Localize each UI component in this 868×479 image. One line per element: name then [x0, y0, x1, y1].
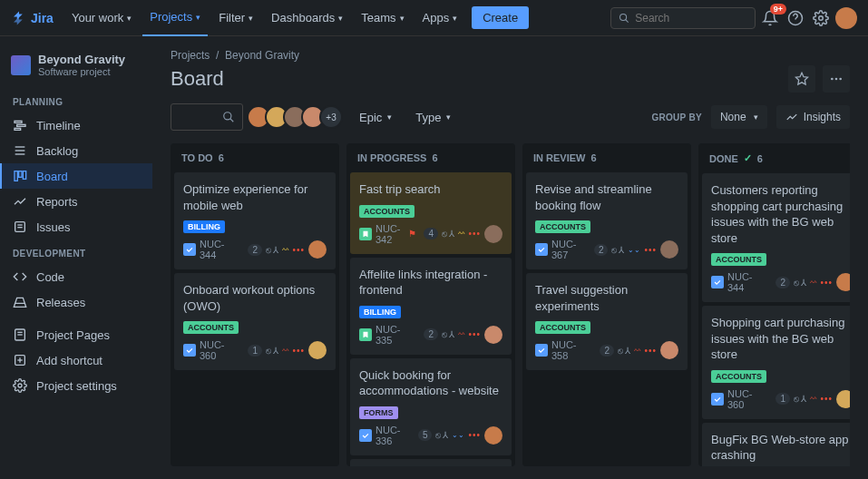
assignee-filter[interactable]: +3 [252, 105, 343, 129]
card-tag: ACCOUNTS [711, 253, 766, 266]
task-icon [711, 276, 724, 288]
issue-card[interactable]: Adapt web app no new payments provider F… [350, 459, 512, 466]
breadcrumb: Projects / Beyond Gravity [171, 49, 850, 62]
task-icon [183, 344, 196, 357]
project-header[interactable]: Beyond Gravity Software project [0, 47, 152, 88]
section-development: DEVELOPMENT [0, 240, 152, 264]
avatar-more[interactable]: +3 [319, 105, 343, 129]
issue-card[interactable]: Affelite links integration - frontend BI… [350, 258, 512, 355]
column-name: IN PROGRESS [357, 152, 426, 163]
assignee-avatar[interactable] [836, 390, 850, 408]
nav-item-teams[interactable]: Teams▾ [354, 5, 411, 30]
create-button[interactable]: Create [472, 6, 529, 29]
releases-icon [13, 295, 27, 309]
sidebar-item-backlog[interactable]: Backlog [0, 138, 152, 163]
sidebar-item-board[interactable]: Board [0, 163, 152, 189]
link-icons: ⎋⅄ [611, 245, 624, 255]
assignee-avatar[interactable] [484, 326, 502, 344]
issue-card[interactable]: Customers reporting shopping cart purcha… [702, 173, 850, 302]
issue-card[interactable]: BugFix BG Web-store app crashing FORMS N… [702, 423, 850, 466]
priority-icon: ⌄⌄ [452, 433, 464, 437]
column-body[interactable]: Fast trip search ACCOUNTS NUC-342 ⚑ 4 ⎋⅄… [346, 172, 515, 466]
breadcrumb-root[interactable]: Projects [171, 49, 210, 62]
column-body[interactable]: Revise and streamline booking flow ACCOU… [522, 172, 691, 377]
nav-item-apps[interactable]: Apps▾ [415, 5, 465, 30]
notifications-icon[interactable]: 9+ [759, 7, 781, 29]
chart-icon [785, 111, 798, 123]
issue-card[interactable]: Travel suggestion experiments ACCOUNTS N… [526, 273, 688, 370]
issue-card[interactable]: Shopping cart purchasing issues with the… [702, 306, 850, 419]
task-icon [183, 243, 196, 256]
nav-item-your-work[interactable]: Your work▾ [64, 5, 139, 30]
search-box[interactable] [610, 7, 756, 29]
nav-item-dashboards[interactable]: Dashboards▾ [264, 5, 350, 30]
assignee-avatar[interactable] [484, 225, 502, 243]
issue-card[interactable]: Onboard workout options (OWO) ACCOUNTS N… [174, 273, 336, 370]
assignee-avatar[interactable] [308, 240, 327, 259]
epic-filter[interactable]: Epic▾ [352, 105, 399, 130]
column-body[interactable]: Optimize experience for mobile web BILLI… [171, 172, 339, 377]
card-title: Revise and streamline booking flow [535, 181, 678, 213]
card-title: Optimize experience for mobile web [183, 181, 327, 213]
link-icons: ⎋⅄ [794, 278, 806, 288]
column-name: TO DO [181, 152, 213, 163]
story-points: 1 [248, 345, 262, 357]
assignee-avatar[interactable] [484, 426, 502, 445]
story-points: 2 [775, 277, 790, 288]
nav-item-filter[interactable]: Filter▾ [211, 5, 260, 30]
card-title: BugFix BG Web-store app crashing [711, 432, 850, 464]
card-tag: ACCOUNTS [359, 205, 414, 218]
svg-point-3 [819, 15, 824, 20]
status-dots: ••• [468, 430, 481, 440]
issue-card[interactable]: Revise and streamline booking flow ACCOU… [526, 172, 688, 269]
status-dots: ••• [820, 278, 833, 288]
chevron-down-icon: ▾ [387, 112, 392, 122]
breadcrumb-project[interactable]: Beyond Gravity [225, 49, 299, 62]
insights-button[interactable]: Insights [776, 105, 850, 129]
issue-card[interactable]: Optimize experience for mobile web BILLI… [174, 172, 336, 269]
story-points: 2 [424, 328, 438, 340]
flag-icon: ⚑ [408, 229, 416, 239]
status-dots: ••• [644, 346, 657, 356]
svg-point-0 [620, 14, 627, 20]
board-search[interactable] [171, 103, 243, 131]
star-button[interactable] [788, 65, 815, 93]
jira-logo[interactable]: Jira [11, 10, 54, 26]
sidebar-item-code[interactable]: Code [0, 264, 152, 289]
nav-item-projects[interactable]: Projects▾ [142, 0, 208, 36]
issue-key: NUC-342 [375, 223, 405, 245]
issue-card[interactable]: Fast trip search ACCOUNTS NUC-342 ⚑ 4 ⎋⅄… [350, 172, 512, 254]
sidebar-item-project-pages[interactable]: Project Pages [0, 322, 152, 347]
backlog-icon [13, 143, 27, 158]
settings-icon[interactable] [810, 7, 832, 29]
story-points: 2 [248, 244, 262, 256]
sidebar: Beyond Gravity Software project PLANNING… [0, 36, 152, 479]
issue-key: NUC-344 [727, 271, 768, 293]
more-button[interactable] [823, 65, 850, 93]
assignee-avatar[interactable] [660, 341, 678, 359]
sidebar-item-timeline[interactable]: Timeline [0, 112, 152, 138]
groupby-dropdown[interactable]: None▾ [711, 105, 767, 129]
search-input[interactable] [635, 12, 747, 24]
column-name: IN REVIEW [533, 152, 585, 163]
sidebar-item-add-shortcut[interactable]: Add shortcut [0, 347, 152, 373]
link-icons: ⎋⅄ [794, 394, 806, 404]
sidebar-item-issues[interactable]: Issues [0, 214, 152, 240]
assignee-avatar[interactable] [660, 240, 678, 259]
card-tag: BILLING [183, 220, 225, 233]
column-in-review: IN REVIEW 6 Revise and streamline bookin… [522, 143, 691, 466]
sidebar-item-releases[interactable]: Releases [0, 289, 152, 315]
assignee-avatar[interactable] [836, 273, 850, 291]
type-filter[interactable]: Type▾ [408, 105, 458, 130]
column-body[interactable]: Customers reporting shopping cart purcha… [698, 173, 850, 466]
status-dots: ••• [644, 245, 657, 255]
svg-rect-4 [15, 121, 22, 122]
timeline-icon [13, 118, 27, 132]
sidebar-item-project-settings[interactable]: Project settings [0, 373, 152, 398]
user-avatar[interactable] [835, 7, 857, 29]
help-icon[interactable] [785, 7, 806, 29]
assignee-avatar[interactable] [308, 341, 327, 359]
issue-card[interactable]: Quick booking for accommodations - websi… [350, 358, 512, 455]
sidebar-item-reports[interactable]: Reports [0, 189, 152, 214]
column-header: IN REVIEW 6 [522, 143, 691, 172]
